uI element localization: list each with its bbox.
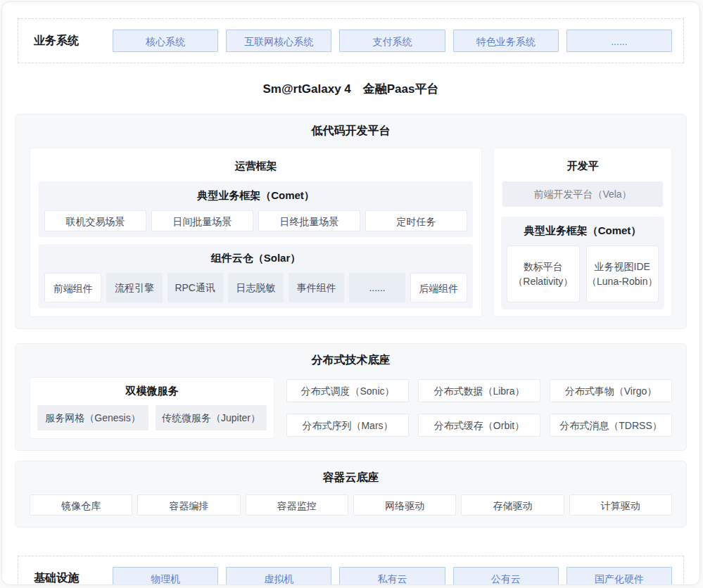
chip-daytime-batch[interactable]: 日间批量场景 <box>151 210 253 231</box>
business-system-button-core[interactable]: 核心系统 <box>113 30 218 52</box>
relativity-platform-button[interactable]: 数标平台 （Relativity） <box>507 245 580 302</box>
dual-mode-microservice-card: 双模微服务 服务网格（Genesis） 传统微服务（Jupiter） <box>30 377 274 439</box>
luna-robin-label-line1: 业务视图IDE <box>587 260 659 274</box>
infrastructure-bar: 基础设施 物理机 虚拟机 私有云 公有云 国产化硬件 <box>18 556 684 585</box>
infrastructure-button-virtual-machine[interactable]: 虚拟机 <box>226 567 331 585</box>
dual-mode-items: 服务网格（Genesis） 传统微服务（Jupiter） <box>37 405 267 430</box>
chip-distributed-transaction-virgo[interactable]: 分布式事物（Virgo） <box>550 379 672 402</box>
chip-storage-driver[interactable]: 存储驱动 <box>461 494 564 516</box>
distributed-services-grid: 分布式调度（Sonic） 分布式数据（Libra） 分布式事物（Virgo） 分… <box>286 377 672 439</box>
business-system-button-payment[interactable]: 支付系统 <box>339 30 445 52</box>
business-framework-items: 联机交易场景 日间批量场景 日终批量场景 定时任务 <box>44 210 467 231</box>
luna-robin-ide-button[interactable]: 业务视图IDE （Luna-Robin） <box>586 245 659 302</box>
chip-compute-driver[interactable]: 计算驱动 <box>569 494 672 516</box>
component-cloud-items: 前端组件 流程引擎 RPC通讯 日志脱敏 事件组件 ...... 后端组件 <box>44 273 467 302</box>
chip-event-component[interactable]: 事件组件 <box>289 273 344 302</box>
infrastructure-items: 物理机 虚拟机 私有云 公有云 国产化硬件 <box>113 567 672 585</box>
operation-framework-title: 运营框架 <box>39 153 473 181</box>
business-systems-bar: 业务系统 核心系统 互联网核心系统 支付系统 特色业务系统 ...... <box>18 18 684 63</box>
chip-distributed-cache-orbit[interactable]: 分布式缓存（Orbit） <box>418 414 540 437</box>
business-framework-title: 典型业务框架（Comet） <box>44 181 467 210</box>
chip-frontend-component[interactable]: 前端组件 <box>44 273 101 302</box>
page-title: Sm@rtGalaxy 4 金融Paas平台 <box>2 81 699 97</box>
chip-rpc-comm[interactable]: RPC通讯 <box>167 273 223 302</box>
low-code-platform-title: 低代码开发平台 <box>30 124 672 139</box>
dual-mode-title: 双模微服务 <box>37 379 267 405</box>
container-base-title: 容器云底座 <box>30 471 672 485</box>
business-systems-label: 业务系统 <box>30 34 99 49</box>
component-cloud-panel: 组件云仓（Solar） 前端组件 流程引擎 RPC通讯 日志脱敏 事件组件 ..… <box>39 244 473 308</box>
chip-network-driver[interactable]: 网络驱动 <box>353 494 456 516</box>
distributed-base-row: 双模微服务 服务网格（Genesis） 传统微服务（Jupiter） 分布式调度… <box>30 377 672 439</box>
business-system-button-internet-core[interactable]: 互联网核心系统 <box>226 30 331 52</box>
dev-business-framework-panel: 典型业务框架（Comet） 数标平台 （Relativity） 业务视图IDE … <box>501 217 664 309</box>
chip-backend-component[interactable]: 后端组件 <box>410 273 467 302</box>
chip-image-registry[interactable]: 镜像仓库 <box>30 494 132 516</box>
distributed-base-title: 分布式技术底座 <box>30 353 672 368</box>
container-base-section: 容器云底座 镜像仓库 容器编排 容器监控 网络驱动 存储驱动 计算驱动 <box>15 461 687 528</box>
chip-container-orchestration[interactable]: 容器编排 <box>137 494 240 516</box>
chip-scheduled-task[interactable]: 定时任务 <box>365 210 467 231</box>
dev-business-framework-title: 典型业务框架（Comet） <box>507 217 659 245</box>
chip-service-mesh-genesis[interactable]: 服务网格（Genesis） <box>37 405 148 430</box>
luna-robin-label-line2: （Luna-Robin） <box>587 274 659 289</box>
business-systems-items: 核心系统 互联网核心系统 支付系统 特色业务系统 ...... <box>113 30 672 52</box>
business-framework-panel: 典型业务框架（Comet） 联机交易场景 日间批量场景 日终批量场景 定时任务 <box>39 181 473 237</box>
chip-distributed-messaging-tdrss[interactable]: 分布式消息（TDRSS） <box>550 414 672 437</box>
low-code-platform-section: 低代码开发平台 运营框架 典型业务框架（Comet） 联机交易场景 日间批量场景… <box>15 114 687 329</box>
infrastructure-button-private-cloud[interactable]: 私有云 <box>339 567 445 585</box>
dev-platform-card: 开发平 前端开发平台（Vela） 典型业务框架（Comet） 数标平台 （Rel… <box>493 148 672 317</box>
chip-container-monitoring[interactable]: 容器监控 <box>246 494 348 516</box>
chip-traditional-microservice-jupiter[interactable]: 传统微服务（Jupiter） <box>156 405 267 430</box>
component-cloud-title: 组件云仓（Solar） <box>44 244 467 273</box>
business-system-button-special[interactable]: 特色业务系统 <box>453 30 559 52</box>
chip-eod-batch[interactable]: 日终批量场景 <box>258 210 360 231</box>
chip-more-components[interactable]: ...... <box>349 273 405 302</box>
page: 业务系统 核心系统 互联网核心系统 支付系统 特色业务系统 ...... Sm@… <box>1 1 700 585</box>
chip-distributed-sequence-mars[interactable]: 分布式序列（Mars） <box>286 414 409 437</box>
dev-platform-title: 开发平 <box>501 153 664 181</box>
container-base-items: 镜像仓库 容器编排 容器监控 网络驱动 存储驱动 计算驱动 <box>30 494 672 516</box>
distributed-base-section: 分布式技术底座 双模微服务 服务网格（Genesis） 传统微服务（Jupite… <box>15 343 687 451</box>
business-system-button-more[interactable]: ...... <box>566 30 672 52</box>
vela-frontend-platform-button[interactable]: 前端开发平台（Vela） <box>502 181 663 207</box>
operation-framework-card: 运营框架 典型业务框架（Comet） 联机交易场景 日间批量场景 日终批量场景 … <box>30 148 482 317</box>
chip-online-trading[interactable]: 联机交易场景 <box>44 210 146 231</box>
dev-business-framework-items: 数标平台 （Relativity） 业务视图IDE （Luna-Robin） <box>507 245 659 304</box>
infrastructure-button-domestic-hardware[interactable]: 国产化硬件 <box>566 567 672 585</box>
chip-distributed-scheduling-sonic[interactable]: 分布式调度（Sonic） <box>286 379 409 402</box>
chip-log-masking[interactable]: 日志脱敏 <box>228 273 284 302</box>
low-code-cards-row: 运营框架 典型业务框架（Comet） 联机交易场景 日间批量场景 日终批量场景 … <box>30 148 672 317</box>
chip-process-engine[interactable]: 流程引擎 <box>106 273 162 302</box>
infrastructure-button-public-cloud[interactable]: 公有云 <box>453 567 559 585</box>
relativity-label-line1: 数标平台 <box>507 260 579 274</box>
relativity-label-line2: （Relativity） <box>507 274 579 289</box>
infrastructure-button-physical-machine[interactable]: 物理机 <box>113 567 218 585</box>
infrastructure-label: 基础设施 <box>30 571 99 586</box>
chip-distributed-data-libra[interactable]: 分布式数据（Libra） <box>418 379 540 402</box>
